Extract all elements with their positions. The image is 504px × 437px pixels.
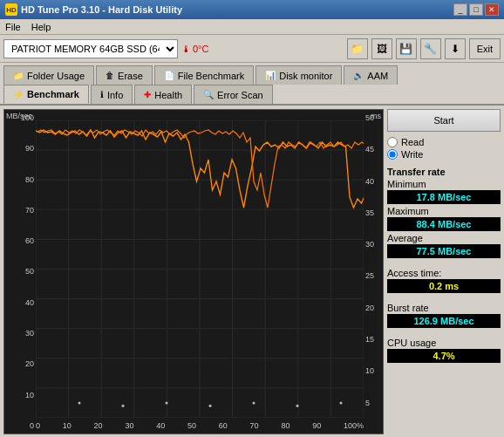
svg-point-24 [166, 401, 168, 404]
maximum-label: Maximum [387, 206, 501, 216]
toolbar-icon-3[interactable]: 💾 [396, 38, 417, 59]
erase-icon: 🗑 [106, 71, 114, 80]
benchmark-chart [36, 120, 364, 418]
average-label: Average [387, 233, 501, 243]
temperature-display: 🌡 0°C [181, 44, 208, 54]
benchmark-main-line [37, 130, 364, 234]
radio-write-label: Write [401, 149, 423, 160]
burst-rate-value: 126.9 MB/sec [387, 314, 501, 328]
transfer-rate-label: Transfer rate [387, 167, 501, 177]
maximize-button[interactable]: □ [469, 3, 483, 16]
file-icon: 📄 [164, 71, 174, 80]
burst-rate-section: Burst rate 126.9 MB/sec [387, 301, 501, 329]
cpu-usage-value: 4.7% [387, 349, 501, 363]
radio-read[interactable]: Read [387, 137, 501, 147]
tabs-row2: ⚡ Benchmark ℹ Info ✚ Health 🔍 Error Scan [0, 85, 504, 106]
right-panel: Start Read Write Transfer rate Minimum 1… [387, 109, 501, 434]
menu-help[interactable]: Help [31, 22, 51, 32]
chart-y-left-axis: 100 90 80 70 60 50 40 30 20 10 0 [4, 110, 36, 434]
minimum-value: 17.8 MB/sec [387, 190, 501, 204]
transfer-rate-section: Transfer rate Minimum 17.8 MB/sec Maximu… [387, 165, 501, 259]
toolbar-icon-4[interactable]: 🔧 [420, 38, 441, 59]
error-scan-icon: 🔍 [203, 90, 214, 99]
title-text: HD Tune Pro 3.10 - Hard Disk Utility [21, 4, 182, 15]
window-controls[interactable]: _ □ ✕ [453, 3, 499, 16]
disk-selector[interactable]: PATRIOT MEMORY 64GB SSD (64 GB) [3, 39, 178, 58]
minimize-button[interactable]: _ [453, 3, 467, 16]
cpu-usage-section: CPU usage 4.7% [387, 336, 501, 364]
access-time-section: Access time: 0.2 ms [387, 266, 501, 294]
svg-point-25 [209, 405, 212, 407]
benchmark-icon: ⚡ [13, 90, 24, 99]
monitor-icon: 📊 [265, 71, 276, 80]
health-icon: ✚ [144, 90, 151, 99]
tab-folder-usage[interactable]: 📁 Folder Usage [3, 65, 94, 85]
burst-rate-label: Burst rate [387, 303, 501, 313]
toolbar-icon-2[interactable]: 🖼 [371, 38, 392, 59]
menu-bar: File Help [0, 19, 504, 35]
tab-health[interactable]: ✚ Health [134, 85, 192, 104]
temperature-value: 0°C [193, 44, 208, 54]
access-time-value: 0.2 ms [387, 279, 501, 293]
svg-point-28 [340, 401, 343, 404]
svg-point-22 [78, 401, 81, 404]
tab-disk-monitor[interactable]: 📊 Disk monitor [255, 65, 342, 85]
cpu-usage-label: CPU usage [387, 338, 501, 348]
title-bar: HD HD Tune Pro 3.10 - Hard Disk Utility … [0, 0, 504, 19]
menu-file[interactable]: File [5, 22, 21, 32]
tab-erase[interactable]: 🗑 Erase [96, 65, 153, 85]
radio-write-input[interactable] [387, 149, 398, 160]
svg-point-27 [296, 405, 299, 407]
exit-button[interactable]: Exit [469, 38, 501, 59]
svg-point-23 [122, 405, 125, 407]
folder-icon: 📁 [13, 71, 24, 80]
info-icon: ℹ [100, 90, 104, 99]
radio-read-input[interactable] [387, 137, 398, 147]
chart-area: MB/sec ms 100 90 80 70 60 50 40 30 20 10… [3, 109, 384, 434]
aam-icon: 🔊 [353, 71, 364, 80]
start-button[interactable]: Start [387, 109, 501, 132]
radio-write[interactable]: Write [387, 149, 501, 160]
tab-aam[interactable]: 🔊 AAM [344, 65, 398, 85]
radio-group: Read Write [387, 135, 501, 161]
toolbar-icon-5[interactable]: ⬇ [445, 38, 466, 59]
svg-point-26 [253, 401, 255, 404]
temp-icon: 🌡 [181, 44, 191, 54]
tab-info[interactable]: ℹ Info [91, 85, 133, 104]
chart-y-right-axis: 50 45 40 35 30 25 20 15 10 5 [364, 110, 383, 434]
tab-error-scan[interactable]: 🔍 Error Scan [194, 85, 273, 104]
close-button[interactable]: ✕ [485, 3, 499, 16]
access-time-label: Access time: [387, 268, 501, 278]
radio-read-label: Read [401, 137, 424, 147]
app-icon: HD [5, 3, 17, 16]
chart-x-axis: 0 10 20 30 40 50 60 70 80 90 100% [36, 418, 364, 434]
tab-benchmark[interactable]: ⚡ Benchmark [3, 85, 89, 104]
main-content: MB/sec ms 100 90 80 70 60 50 40 30 20 10… [0, 106, 504, 437]
average-value: 77.5 MB/sec [387, 244, 501, 258]
tab-file-benchmark[interactable]: 📄 File Benchmark [154, 65, 254, 85]
maximum-value: 88.4 MB/sec [387, 217, 501, 231]
minimum-label: Minimum [387, 179, 501, 189]
toolbar: PATRIOT MEMORY 64GB SSD (64 GB) 🌡 0°C 📁 … [0, 35, 504, 63]
tabs-row1: 📁 Folder Usage 🗑 Erase 📄 File Benchmark … [0, 63, 504, 85]
toolbar-icon-1[interactable]: 📁 [347, 38, 368, 59]
